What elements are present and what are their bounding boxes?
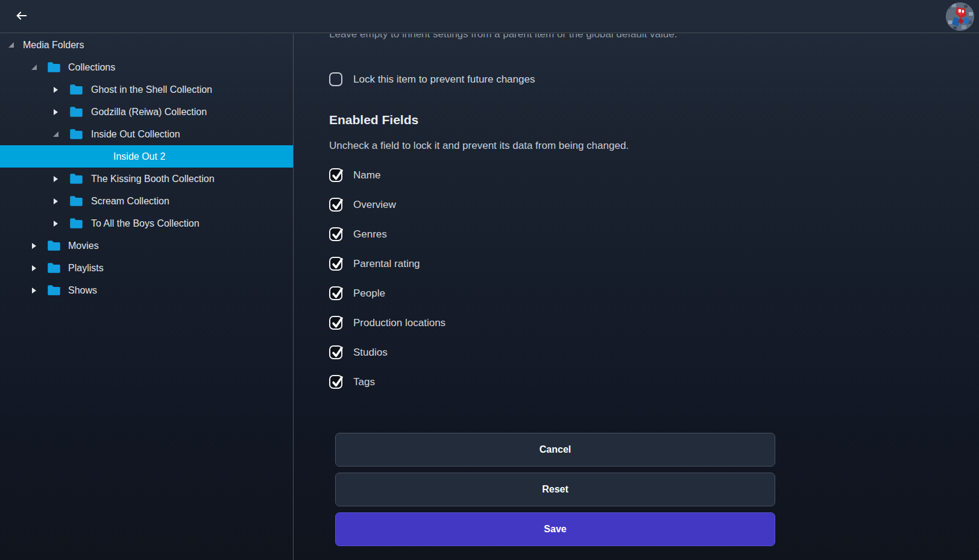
tree-item-label: The Kissing Booth Collection [91,174,215,184]
enabled-fields-title: Enabled Fields [329,113,979,127]
lock-item-row[interactable]: Lock this item to prevent future changes [329,72,979,86]
field-label: Genres [353,228,387,241]
media-folders-tree: Media Folders Collections Ghost in the S… [0,34,294,560]
folder-icon [47,240,61,251]
tree-item-label: Scream Collection [91,196,169,207]
field-checkbox[interactable] [329,257,342,271]
folder-icon [69,106,83,118]
tree-item-label: Ghost in the Shell Collection [91,84,212,95]
field-row-overview[interactable]: Overview [329,190,979,219]
save-button[interactable]: Save [335,512,775,546]
check-icon [330,197,345,213]
field-label: Studios [353,347,388,359]
field-row-tags[interactable]: Tags [329,367,979,397]
tree-item-playlists[interactable]: Playlists [0,257,293,279]
tree-item-ghost-in-the-shell-collection[interactable]: Ghost in the Shell Collection [0,78,293,101]
caret-expanded-icon[interactable] [8,42,14,48]
inherit-settings-note: Leave empty to inherit settings from a p… [329,34,715,40]
check-icon [330,374,345,391]
field-row-people[interactable]: People [329,278,979,308]
check-icon [330,167,345,184]
check-icon [330,256,345,272]
back-button[interactable] [8,3,35,30]
caret-collapsed-icon[interactable] [32,265,36,271]
tree-item-label: Shows [68,285,97,296]
enabled-fields-list: Name Overview Genres Parental rating Peo [329,160,979,397]
top-bar [0,0,979,33]
field-label: People [353,288,385,300]
folder-icon [69,84,83,95]
field-row-studios[interactable]: Studios [329,338,979,367]
tree-item-media-folders[interactable]: Media Folders [0,34,293,56]
reset-button[interactable]: Reset [335,473,775,506]
tree-item-label: Inside Out Collection [91,129,180,140]
tree-item-label: Godzilla (Reiwa) Collection [91,107,207,118]
tree-item-label: Playlists [68,263,104,274]
field-checkbox[interactable] [329,316,342,330]
tree-item-inside-out-collection[interactable]: Inside Out Collection [0,123,293,145]
tree-item-scream-collection[interactable]: Scream Collection [0,190,293,212]
field-checkbox[interactable] [329,227,342,241]
cancel-button[interactable]: Cancel [335,433,775,467]
check-icon [330,285,345,302]
check-icon [330,344,345,361]
caret-collapsed-icon[interactable] [54,221,58,227]
arrow-left-icon [15,9,28,24]
edit-metadata-panel: Leave empty to inherit settings from a p… [294,34,979,560]
field-row-genres[interactable]: Genres [329,219,979,249]
caret-expanded-icon[interactable] [53,131,58,137]
caret-collapsed-icon[interactable] [54,109,58,115]
folder-icon [69,195,83,207]
field-label: Tags [353,376,375,388]
field-label: Overview [353,199,396,211]
tree-item-movies[interactable]: Movies [0,234,293,257]
field-checkbox[interactable] [329,198,342,212]
tree-item-label: To All the Boys Collection [91,218,200,229]
lock-item-label: Lock this item to prevent future changes [353,74,535,86]
folder-icon [69,218,83,229]
field-checkbox[interactable] [329,345,342,359]
tree-item-inside-out-2[interactable]: Inside Out 2 [0,145,293,168]
caret-expanded-icon[interactable] [31,64,37,70]
form-actions: Cancel Reset Save [335,433,775,546]
tree-item-the-kissing-booth-collection[interactable]: The Kissing Booth Collection [0,168,293,190]
avatar-image [946,2,974,31]
field-row-parental-rating[interactable]: Parental rating [329,249,979,278]
field-row-name[interactable]: Name [329,160,979,190]
caret-collapsed-icon[interactable] [54,198,58,204]
folder-icon [47,61,61,73]
tree-item-label: Movies [68,241,99,251]
lock-item-checkbox[interactable] [329,72,342,86]
field-checkbox[interactable] [329,286,342,300]
field-row-production-locations[interactable]: Production locations [329,308,979,338]
tree-item-shows[interactable]: Shows [0,279,293,301]
tree-item-label: Media Folders [23,40,84,51]
user-avatar[interactable] [946,2,974,31]
field-label: Production locations [353,317,445,329]
field-checkbox[interactable] [329,168,342,182]
folder-icon [47,285,61,296]
tree-item-label: Collections [68,62,115,73]
tree-item-collections[interactable]: Collections [0,56,293,78]
caret-collapsed-icon[interactable] [54,87,58,93]
tree-item-to-all-the-boys-collection[interactable]: To All the Boys Collection [0,212,293,234]
folder-icon [69,173,83,184]
field-label: Parental rating [353,258,420,270]
check-icon [330,315,345,332]
check-icon [330,226,345,243]
caret-collapsed-icon[interactable] [32,243,36,249]
tree-item-godzilla-reiwa-collection[interactable]: Godzilla (Reiwa) Collection [0,101,293,123]
caret-collapsed-icon[interactable] [54,176,58,182]
caret-collapsed-icon[interactable] [32,288,36,294]
field-checkbox[interactable] [329,375,342,389]
enabled-fields-description: Uncheck a field to lock it and prevent i… [329,140,979,152]
tree-item-label: Inside Out 2 [113,151,165,162]
folder-icon [69,128,83,140]
field-label: Name [353,169,380,181]
folder-icon [47,262,61,274]
